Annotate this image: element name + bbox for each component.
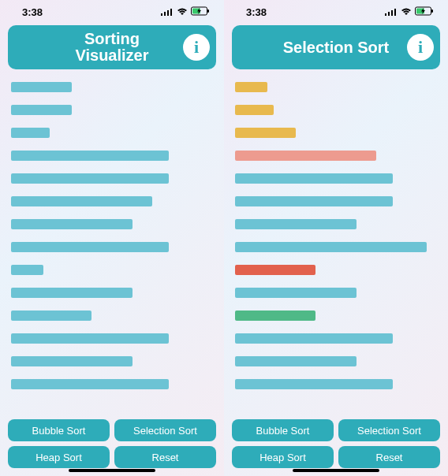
svg-rect-10	[394, 9, 396, 16]
selection-sort-button[interactable]: Selection Sort	[114, 419, 216, 441]
sort-bar	[11, 82, 72, 92]
sort-bar	[11, 151, 169, 161]
sort-bar	[235, 82, 267, 92]
header-title: Selection Sort	[283, 39, 389, 56]
sort-bar	[235, 333, 393, 344]
home-indicator	[293, 469, 379, 472]
app-header: Sorting Visualizer i	[8, 25, 216, 69]
info-icon: i	[194, 37, 199, 58]
sort-bar	[235, 265, 315, 275]
battery-icon	[191, 6, 210, 18]
sort-bar	[235, 379, 393, 389]
selection-sort-button[interactable]: Selection Sort	[338, 419, 440, 441]
info-icon: i	[418, 37, 423, 58]
wifi-icon	[177, 6, 188, 18]
svg-rect-5	[207, 9, 209, 13]
sort-bar	[11, 196, 152, 206]
sort-bar	[11, 333, 169, 344]
sort-bar	[11, 105, 72, 115]
controls: Bubble Sort Selection Sort Heap Sort Res…	[224, 415, 448, 476]
sort-bar	[235, 288, 357, 298]
svg-rect-9	[391, 10, 393, 16]
status-icons	[385, 6, 434, 18]
sort-bar	[11, 356, 133, 366]
status-bar: 3:38	[0, 0, 224, 24]
bubble-sort-button[interactable]: Bubble Sort	[8, 419, 110, 441]
svg-rect-3	[170, 9, 172, 16]
status-bar: 3:38	[224, 0, 448, 24]
info-button[interactable]: i	[407, 34, 434, 61]
svg-rect-0	[161, 13, 162, 16]
signal-icon	[385, 6, 398, 18]
phone-left: 3:38 Sorting Visualizer i	[0, 0, 224, 476]
header-title: Sorting Visualizer	[75, 31, 148, 64]
sort-bar	[235, 311, 315, 321]
sort-bar	[235, 219, 357, 229]
bars-container	[224, 74, 448, 415]
phone-right: 3:38 Selection Sort i	[224, 0, 448, 476]
reset-button[interactable]: Reset	[114, 446, 216, 468]
sort-bar	[235, 242, 427, 252]
reset-button[interactable]: Reset	[338, 446, 440, 468]
sort-bar	[11, 265, 43, 275]
sort-bar	[11, 219, 133, 229]
sort-bar	[235, 151, 376, 161]
battery-icon	[415, 6, 434, 18]
controls: Bubble Sort Selection Sort Heap Sort Res…	[0, 415, 224, 476]
app-header: Selection Sort i	[232, 25, 440, 69]
sort-bar	[11, 128, 50, 138]
svg-rect-7	[385, 13, 386, 16]
info-button[interactable]: i	[183, 34, 210, 61]
status-icons	[161, 6, 210, 18]
sort-bar	[11, 173, 169, 184]
bubble-sort-button[interactable]: Bubble Sort	[232, 419, 334, 441]
svg-rect-1	[164, 12, 166, 16]
sort-bar	[11, 379, 169, 389]
sort-bar	[11, 242, 169, 252]
bars-container	[0, 74, 224, 415]
sort-bar	[11, 288, 133, 298]
sort-bar	[235, 128, 296, 138]
wifi-icon	[401, 6, 412, 18]
heap-sort-button[interactable]: Heap Sort	[232, 446, 334, 468]
sort-bar	[11, 311, 91, 321]
sort-bar	[235, 105, 274, 115]
status-time: 3:38	[246, 6, 267, 18]
sort-bar	[235, 173, 393, 184]
sort-bar	[235, 196, 393, 206]
heap-sort-button[interactable]: Heap Sort	[8, 446, 110, 468]
svg-rect-12	[431, 9, 433, 13]
svg-rect-8	[388, 12, 390, 16]
home-indicator	[69, 469, 155, 472]
status-time: 3:38	[22, 6, 43, 18]
svg-rect-2	[167, 10, 169, 16]
signal-icon	[161, 6, 174, 18]
sort-bar	[235, 356, 357, 366]
